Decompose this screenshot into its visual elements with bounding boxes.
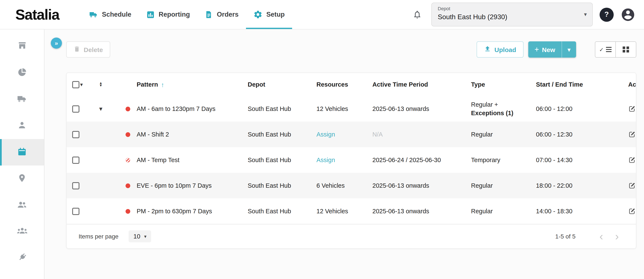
chevron-down-icon: ▾ [584,11,587,17]
nav-tab-schedule[interactable]: Schedule [81,0,138,29]
sidebar-item-locations[interactable] [0,166,44,192]
resources-cell: 12 Vehicles [316,208,372,215]
status-dot [126,183,130,188]
sidebar-item-vehicles[interactable] [0,86,44,113]
sort-down-icon: ▼ [99,84,102,87]
person-icon [17,120,27,132]
sort-toggle[interactable]: ▲ ▼ [89,82,113,87]
nav-tab-reporting[interactable]: Reporting [138,0,197,29]
sort-ascending-icon: ↑ [161,81,164,88]
status-dot [126,209,130,214]
new-button-dropdown[interactable]: ▾ [562,41,576,58]
edit-icon[interactable] [628,182,636,189]
type-cell: Regular [471,208,536,215]
period-cell: 2025-06-13 onwards [372,208,471,215]
question-mark-icon: ? [604,10,609,19]
top-bar: Satalia Schedule Reporting Orders [0,0,644,29]
items-per-page-label: Items per page [78,233,118,240]
table-row: PM - 2pm to 630pm 7 Days South East Hub … [66,198,636,224]
pattern-name: AM - 6am to 1230pm 7 Days [137,105,216,112]
row-checkbox[interactable] [72,156,80,164]
notifications-bell-icon[interactable] [412,10,422,19]
table-footer: Items per page 10 ▾ 1-5 of 5 ‹ › [66,224,636,248]
upload-button-label: Upload [494,46,516,53]
depot-cell: South East Hub [248,157,316,163]
column-header-actions: Actions [604,81,636,88]
double-chevron-right-icon: » [55,40,58,46]
sidebar-item-shift-patterns[interactable] [0,139,44,166]
new-button-label: New [542,46,555,53]
delete-button-label: Delete [84,46,103,53]
pattern-name: EVE - 6pm to 10pm 7 Days [137,182,212,189]
sidebar-item-integrations[interactable] [0,245,44,271]
edit-icon[interactable] [628,105,636,113]
type-cell: Temporary [471,157,536,163]
row-expand-icon[interactable]: ▾ [99,105,102,113]
nav-tab-orders[interactable]: Orders [197,0,246,29]
trash-icon [74,45,80,53]
edit-icon[interactable] [628,156,636,164]
column-header-pattern[interactable]: Pattern ↑ [113,81,248,88]
sidebar-item-drivers[interactable] [0,113,44,139]
row-checkbox[interactable] [72,105,80,112]
sidebar-item-depots[interactable] [0,33,44,60]
select-all-checkbox[interactable]: ▾ [66,81,89,88]
delete-button[interactable]: Delete [66,41,110,58]
time-cell: 14:00 - 18:30 [536,208,604,215]
sidebar-item-planning[interactable] [0,60,44,86]
help-button[interactable]: ? [600,7,614,21]
type-cell: Regular [471,182,536,189]
edit-icon[interactable] [628,131,636,138]
sidebar-item-teams[interactable] [0,192,44,218]
time-cell: 06:00 - 12:30 [536,131,604,138]
type-cell: Regular [471,131,536,138]
time-cell: 06:00 - 12:00 [536,105,604,112]
truck-icon [88,10,98,19]
status-dot [126,106,130,111]
status-dot-striped [126,158,130,162]
main-content: Delete Upload + New ▾ ✓ [44,29,644,279]
chevron-down-icon: ▾ [144,234,146,239]
groups-icon [16,225,28,238]
row-checkbox[interactable] [72,131,80,138]
depot-select-label: Depot [438,6,450,11]
column-header-type: Type [471,81,536,88]
bar-chart-icon [146,10,155,19]
nav-tab-setup[interactable]: Setup [246,0,292,29]
new-button[interactable]: + New [528,41,562,58]
upload-button[interactable]: Upload [476,41,524,58]
plus-icon: + [534,45,539,54]
assign-link[interactable]: Assign [316,157,335,163]
grid-view-toggle[interactable] [616,42,636,57]
table-header-row: ▾ ▲ ▼ Pattern ↑ Depot Resources Active T… [66,73,636,96]
assign-link[interactable]: Assign [316,131,335,138]
pie-chart-icon [17,67,27,79]
edit-icon[interactable] [628,207,636,215]
pagination-range: 1-5 of 5 [555,233,576,240]
app: Satalia Schedule Reporting Orders [0,0,644,279]
depot-cell: South East Hub [248,105,316,112]
checkbox[interactable] [72,81,80,88]
pattern-name: AM - Temp Test [137,157,179,163]
table-row: EVE - 6pm to 10pm 7 Days South East Hub … [66,173,636,198]
previous-page-button[interactable]: ‹ [594,231,609,242]
chevron-down-icon: ▾ [80,82,83,87]
row-checkbox[interactable] [72,182,80,189]
account-avatar[interactable] [620,7,636,22]
page-size-select[interactable]: 10 ▾ [129,230,151,242]
location-pin-icon [17,173,27,185]
page-size-value: 10 [134,233,140,240]
sidebar-item-groups[interactable] [0,218,44,245]
column-header-depot: Depot [248,81,316,88]
new-button-group: + New ▾ [528,41,576,58]
depot-select[interactable]: Depot South East Hub (2930) ▾ [431,2,593,26]
brand-logo: Satalia [15,6,59,23]
row-checkbox[interactable] [72,208,80,215]
column-header-resources: Resources [316,81,372,88]
pattern-name: PM - 2pm to 630pm 7 Days [137,208,212,215]
nav-label: Setup [266,11,285,18]
list-view-toggle[interactable]: ✓ [595,42,616,57]
patterns-table-card: ▾ ▲ ▼ Pattern ↑ Depot Resources Active T… [66,72,636,249]
sidebar-expand-button[interactable]: » [51,37,62,49]
next-page-button[interactable]: › [609,231,625,242]
